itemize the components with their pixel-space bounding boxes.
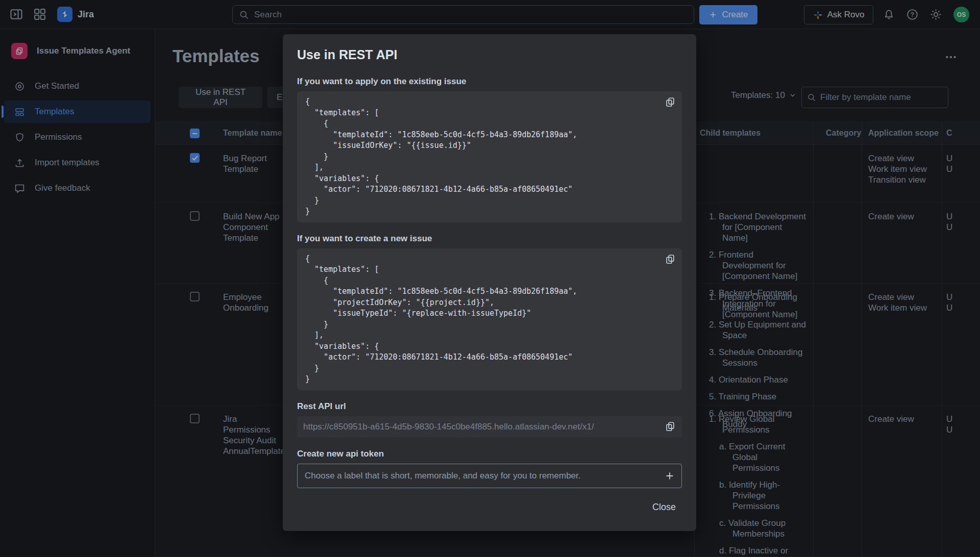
copy-icon[interactable]	[665, 421, 676, 432]
rest-api-url-field: https://c850951b-a615-4d5b-9830-145c0be4…	[297, 416, 682, 438]
create-token-field	[297, 464, 682, 488]
existing-issue-label: If you want to apply on the existing iss…	[297, 77, 682, 87]
new-issue-label: If you want to create a new issue	[297, 234, 682, 244]
token-label-input[interactable]	[305, 471, 657, 481]
code-text: { "templates": [ { "templateId": "1c858e…	[305, 254, 674, 385]
copy-icon[interactable]	[665, 254, 676, 265]
modal-title: Use in REST API	[297, 47, 682, 62]
existing-issue-code-block: { "templates": [ { "templateId": "1c858e…	[297, 91, 682, 222]
code-text: { "templates": [ { "templateId": "1c858e…	[305, 96, 674, 217]
close-button[interactable]: Close	[646, 498, 682, 517]
add-token-plus-icon[interactable]	[664, 470, 675, 482]
rest-api-url-label: Rest API url	[297, 401, 682, 412]
use-in-rest-api-modal: Use in REST API If you want to apply on …	[283, 34, 696, 531]
new-issue-code-block: { "templates": [ { "templateId": "1c858e…	[297, 248, 682, 390]
copy-icon[interactable]	[665, 96, 676, 108]
create-token-label: Create new api token	[297, 449, 682, 459]
rest-api-url-value: https://c850951b-a615-4d5b-9830-145c0be4…	[303, 422, 658, 432]
